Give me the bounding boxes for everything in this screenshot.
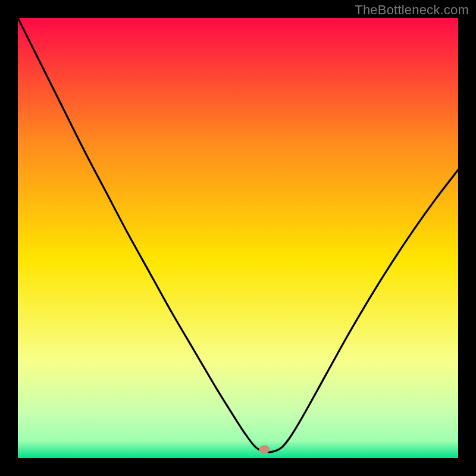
- attribution-label: TheBottleneck.com: [355, 2, 469, 18]
- gradient-background: [18, 18, 458, 458]
- plot-area: [18, 18, 458, 458]
- chart-svg: [18, 18, 458, 458]
- chart-frame: TheBottleneck.com: [0, 0, 476, 476]
- marker-dot: [259, 445, 270, 453]
